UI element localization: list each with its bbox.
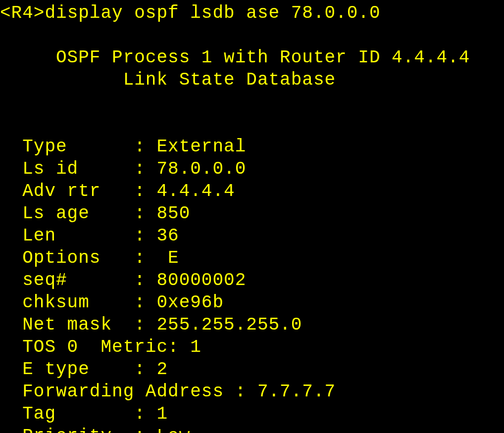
command-text: display ospf lsdb ase 78.0.0.0 (45, 3, 380, 23)
lsdb-subtitle: Link State Database (0, 70, 336, 90)
field-forwarding-address: Forwarding Address : 7.7.7.7 (0, 382, 336, 402)
field-adv-rtr: Adv rtr : 4.4.4.4 (0, 181, 235, 201)
field-seq: seq# : 80000002 (0, 270, 246, 290)
field-tag: Tag : 1 (0, 404, 168, 424)
field-priority: Priority : Low (0, 426, 190, 433)
field-options: Options : E (0, 248, 179, 268)
field-ls-id: Ls id : 78.0.0.0 (0, 159, 246, 179)
terminal-output[interactable]: <R4>display ospf lsdb ase 78.0.0.0 OSPF … (0, 0, 504, 433)
field-e-type: E type : 2 (0, 359, 168, 380)
field-net-mask: Net mask : 255.255.255.0 (0, 315, 302, 335)
field-tos-metric: TOS 0 Metric: 1 (0, 337, 202, 357)
prompt-host: <R4> (0, 3, 45, 23)
field-type: Type : External (0, 137, 246, 157)
field-len: Len : 36 (0, 226, 179, 246)
field-chksum: chksum : 0xe96b (0, 292, 224, 313)
field-ls-age: Ls age : 850 (0, 203, 190, 224)
ospf-process-header: OSPF Process 1 with Router ID 4.4.4.4 (0, 48, 470, 68)
